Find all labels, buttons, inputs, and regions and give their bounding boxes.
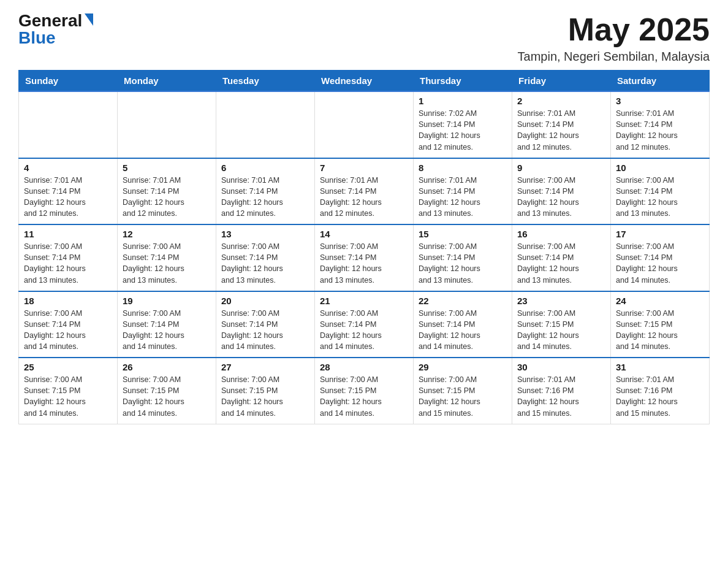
calendar-cell: 28Sunrise: 7:00 AMSunset: 7:15 PMDayligh…: [315, 358, 414, 424]
day-number: 21: [320, 296, 408, 306]
day-number: 18: [24, 296, 112, 306]
calendar-cell: 9Sunrise: 7:00 AMSunset: 7:14 PMDaylight…: [512, 158, 611, 225]
weekday-header-friday: Friday: [512, 71, 611, 92]
calendar-cell: 27Sunrise: 7:00 AMSunset: 7:15 PMDayligh…: [216, 358, 315, 424]
day-number: 20: [221, 296, 309, 306]
day-info: Sunrise: 7:00 AMSunset: 7:14 PMDaylight:…: [123, 241, 211, 286]
calendar-week-row: 4Sunrise: 7:01 AMSunset: 7:14 PMDaylight…: [19, 158, 710, 225]
calendar-table: SundayMondayTuesdayWednesdayThursdayFrid…: [18, 70, 710, 424]
day-info: Sunrise: 7:00 AMSunset: 7:15 PMDaylight:…: [221, 374, 309, 419]
calendar-cell: 31Sunrise: 7:01 AMSunset: 7:16 PMDayligh…: [611, 358, 710, 424]
calendar-cell: 11Sunrise: 7:00 AMSunset: 7:14 PMDayligh…: [19, 224, 118, 291]
day-number: 28: [320, 362, 408, 372]
calendar-header-row: SundayMondayTuesdayWednesdayThursdayFrid…: [19, 71, 710, 92]
day-info: Sunrise: 7:00 AMSunset: 7:14 PMDaylight:…: [517, 241, 605, 286]
day-number: 30: [517, 362, 605, 372]
day-info: Sunrise: 7:00 AMSunset: 7:14 PMDaylight:…: [616, 175, 704, 220]
day-info: Sunrise: 7:00 AMSunset: 7:15 PMDaylight:…: [419, 374, 507, 419]
day-number: 12: [123, 229, 211, 239]
calendar-cell: 2Sunrise: 7:01 AMSunset: 7:14 PMDaylight…: [512, 91, 611, 158]
weekday-header-wednesday: Wednesday: [315, 71, 414, 92]
calendar-cell: [19, 91, 118, 158]
calendar-cell: 4Sunrise: 7:01 AMSunset: 7:14 PMDaylight…: [19, 158, 118, 225]
day-number: 2: [517, 96, 605, 106]
day-number: 17: [616, 229, 704, 239]
calendar-cell: 3Sunrise: 7:01 AMSunset: 7:14 PMDaylight…: [611, 91, 710, 158]
day-info: Sunrise: 7:00 AMSunset: 7:14 PMDaylight:…: [24, 308, 112, 353]
location-subtitle: Tampin, Negeri Sembilan, Malaysia: [518, 50, 710, 64]
day-info: Sunrise: 7:00 AMSunset: 7:14 PMDaylight:…: [517, 175, 605, 220]
calendar-cell: 29Sunrise: 7:00 AMSunset: 7:15 PMDayligh…: [414, 358, 512, 424]
day-number: 31: [616, 362, 704, 372]
day-info: Sunrise: 7:01 AMSunset: 7:14 PMDaylight:…: [419, 175, 507, 220]
day-number: 25: [24, 362, 112, 372]
calendar-cell: 16Sunrise: 7:00 AMSunset: 7:14 PMDayligh…: [512, 224, 611, 291]
day-number: 13: [221, 229, 309, 239]
day-number: 4: [24, 163, 112, 173]
day-number: 16: [517, 229, 605, 239]
weekday-header-thursday: Thursday: [414, 71, 512, 92]
calendar-cell: [216, 91, 315, 158]
calendar-cell: 20Sunrise: 7:00 AMSunset: 7:14 PMDayligh…: [216, 291, 315, 358]
calendar-cell: 23Sunrise: 7:00 AMSunset: 7:15 PMDayligh…: [512, 291, 611, 358]
day-info: Sunrise: 7:00 AMSunset: 7:14 PMDaylight:…: [123, 308, 211, 353]
calendar-week-row: 1Sunrise: 7:02 AMSunset: 7:14 PMDaylight…: [19, 91, 710, 158]
day-info: Sunrise: 7:01 AMSunset: 7:16 PMDaylight:…: [517, 374, 605, 419]
day-number: 11: [24, 229, 112, 239]
calendar-cell: 17Sunrise: 7:00 AMSunset: 7:14 PMDayligh…: [611, 224, 710, 291]
calendar-cell: 6Sunrise: 7:01 AMSunset: 7:14 PMDaylight…: [216, 158, 315, 225]
day-info: Sunrise: 7:00 AMSunset: 7:14 PMDaylight:…: [320, 308, 408, 353]
day-number: 9: [517, 163, 605, 173]
day-number: 14: [320, 229, 408, 239]
day-info: Sunrise: 7:00 AMSunset: 7:15 PMDaylight:…: [616, 308, 704, 353]
weekday-header-saturday: Saturday: [611, 71, 710, 92]
weekday-header-tuesday: Tuesday: [216, 71, 315, 92]
day-number: 19: [123, 296, 211, 306]
calendar-cell: 12Sunrise: 7:00 AMSunset: 7:14 PMDayligh…: [118, 224, 216, 291]
day-info: Sunrise: 7:01 AMSunset: 7:14 PMDaylight:…: [517, 108, 605, 153]
day-number: 24: [616, 296, 704, 306]
calendar-cell: 21Sunrise: 7:00 AMSunset: 7:14 PMDayligh…: [315, 291, 414, 358]
day-number: 8: [419, 163, 507, 173]
calendar-cell: 24Sunrise: 7:00 AMSunset: 7:15 PMDayligh…: [611, 291, 710, 358]
calendar-cell: 1Sunrise: 7:02 AMSunset: 7:14 PMDaylight…: [414, 91, 512, 158]
calendar-cell: 30Sunrise: 7:01 AMSunset: 7:16 PMDayligh…: [512, 358, 611, 424]
logo-triangle-icon: [85, 13, 93, 26]
day-info: Sunrise: 7:00 AMSunset: 7:15 PMDaylight:…: [24, 374, 112, 419]
month-year-title: May 2025: [518, 12, 710, 47]
day-info: Sunrise: 7:00 AMSunset: 7:14 PMDaylight:…: [221, 241, 309, 286]
day-info: Sunrise: 7:01 AMSunset: 7:14 PMDaylight:…: [320, 175, 408, 220]
day-info: Sunrise: 7:01 AMSunset: 7:16 PMDaylight:…: [616, 374, 704, 419]
calendar-cell: 13Sunrise: 7:00 AMSunset: 7:14 PMDayligh…: [216, 224, 315, 291]
day-number: 26: [123, 362, 211, 372]
day-number: 22: [419, 296, 507, 306]
day-number: 29: [419, 362, 507, 372]
day-number: 5: [123, 163, 211, 173]
title-block: May 2025 Tampin, Negeri Sembilan, Malays…: [518, 12, 710, 64]
day-info: Sunrise: 7:01 AMSunset: 7:14 PMDaylight:…: [123, 175, 211, 220]
day-info: Sunrise: 7:00 AMSunset: 7:14 PMDaylight:…: [221, 308, 309, 353]
calendar-cell: [118, 91, 216, 158]
day-number: 6: [221, 163, 309, 173]
logo-blue-text: Blue: [18, 29, 56, 47]
day-number: 15: [419, 229, 507, 239]
calendar-week-row: 25Sunrise: 7:00 AMSunset: 7:15 PMDayligh…: [19, 358, 710, 424]
day-info: Sunrise: 7:00 AMSunset: 7:14 PMDaylight:…: [419, 241, 507, 286]
day-info: Sunrise: 7:00 AMSunset: 7:15 PMDaylight:…: [320, 374, 408, 419]
calendar-cell: [315, 91, 414, 158]
day-info: Sunrise: 7:02 AMSunset: 7:14 PMDaylight:…: [419, 108, 507, 153]
calendar-cell: 25Sunrise: 7:00 AMSunset: 7:15 PMDayligh…: [19, 358, 118, 424]
day-number: 3: [616, 96, 704, 106]
calendar-cell: 10Sunrise: 7:00 AMSunset: 7:14 PMDayligh…: [611, 158, 710, 225]
page-header: General Blue May 2025 Tampin, Negeri Sem…: [18, 12, 710, 64]
calendar-cell: 14Sunrise: 7:00 AMSunset: 7:14 PMDayligh…: [315, 224, 414, 291]
day-info: Sunrise: 7:01 AMSunset: 7:14 PMDaylight:…: [616, 108, 704, 153]
calendar-week-row: 11Sunrise: 7:00 AMSunset: 7:14 PMDayligh…: [19, 224, 710, 291]
day-number: 10: [616, 163, 704, 173]
weekday-header-sunday: Sunday: [19, 71, 118, 92]
calendar-cell: 18Sunrise: 7:00 AMSunset: 7:14 PMDayligh…: [19, 291, 118, 358]
day-info: Sunrise: 7:00 AMSunset: 7:14 PMDaylight:…: [24, 241, 112, 286]
day-number: 1: [419, 96, 507, 106]
day-number: 27: [221, 362, 309, 372]
logo: General Blue: [18, 12, 93, 47]
